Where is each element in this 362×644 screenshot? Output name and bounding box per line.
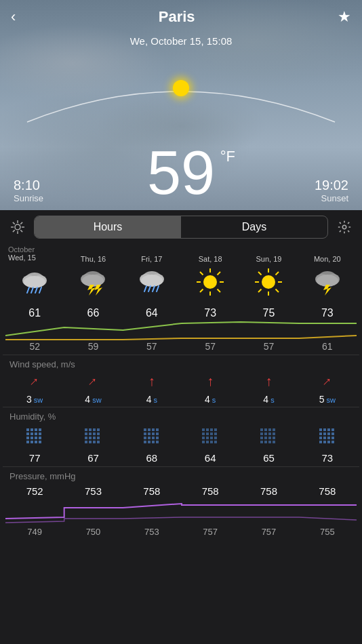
svg-rect-76 xyxy=(89,432,92,435)
svg-rect-135 xyxy=(319,428,322,431)
temp-chart xyxy=(5,321,357,341)
svg-rect-120 xyxy=(264,428,267,431)
sunrise-info: 8:10 Sunrise xyxy=(14,178,43,203)
wind-val-4: 4 s xyxy=(239,393,298,405)
high-temp-row: 61 66 64 73 75 73 xyxy=(3,306,359,321)
svg-rect-61 xyxy=(35,432,37,435)
pressure-low-5: 755 xyxy=(298,527,357,537)
svg-rect-133 xyxy=(268,441,271,443)
pressure-low-2: 753 xyxy=(123,527,181,537)
svg-rect-141 xyxy=(327,432,330,435)
svg-point-13 xyxy=(24,276,45,288)
weather-icon-4 xyxy=(239,267,298,300)
pressure-section-header: Pressure, mmHg xyxy=(3,466,359,484)
low-temp-1: 59 xyxy=(64,341,122,352)
svg-rect-142 xyxy=(331,432,334,435)
settings-gear-icon[interactable] xyxy=(334,216,355,238)
svg-rect-88 xyxy=(148,428,150,431)
wind-val-2: 4 s xyxy=(123,393,181,405)
svg-rect-82 xyxy=(97,437,100,439)
weather-icon-2 xyxy=(123,268,181,299)
svg-rect-132 xyxy=(264,441,267,443)
humidity-section-header: Humidity, % xyxy=(3,407,359,424)
hours-toggle-button[interactable]: Hours xyxy=(35,216,181,238)
wind-arrows-row: ↑ ↑ ↑ ↑ ↑ ↑ xyxy=(3,372,359,390)
svg-rect-63 xyxy=(26,437,29,439)
svg-rect-128 xyxy=(264,437,267,439)
weather-icon-1 xyxy=(64,268,122,299)
humidity-val-3: 64 xyxy=(181,452,239,464)
sunset-label: Sunset xyxy=(315,193,348,203)
sunrise-time: 8:10 xyxy=(14,178,43,193)
svg-rect-112 xyxy=(206,437,209,439)
svg-rect-117 xyxy=(210,441,213,443)
low-temp-0: 52 xyxy=(5,341,64,352)
svg-rect-134 xyxy=(273,441,275,443)
wind-arrow-1: ↑ xyxy=(85,374,101,389)
day-label-3: Sat, 18 xyxy=(181,255,239,263)
svg-rect-148 xyxy=(323,441,326,443)
favorite-star-button[interactable]: ★ xyxy=(338,8,351,26)
humidity-val-0: 77 xyxy=(5,452,64,464)
svg-point-32 xyxy=(203,275,217,289)
wind-arrow-4: ↑ xyxy=(239,374,298,389)
svg-rect-147 xyxy=(319,441,322,443)
svg-line-29 xyxy=(148,286,150,291)
wind-val-5: 5 sw xyxy=(298,393,357,405)
svg-rect-138 xyxy=(331,428,334,431)
wind-cell-0: ↑ xyxy=(5,374,64,389)
city-title: Paris xyxy=(159,8,195,26)
svg-rect-111 xyxy=(202,437,205,439)
svg-rect-122 xyxy=(273,428,275,431)
wind-arrow-2: ↑ xyxy=(123,374,181,389)
svg-line-8 xyxy=(13,230,15,232)
day-header-2: Fri, 17 xyxy=(123,245,181,263)
pressure-low-3: 757 xyxy=(181,527,239,537)
svg-rect-80 xyxy=(89,437,92,439)
low-temp-3: 57 xyxy=(181,341,239,352)
high-temp-5: 73 xyxy=(298,307,357,319)
spinner-icon xyxy=(7,216,28,238)
svg-rect-98 xyxy=(156,437,159,439)
svg-rect-56 xyxy=(31,428,33,431)
svg-rect-109 xyxy=(210,432,213,435)
svg-line-17 xyxy=(39,287,41,293)
svg-rect-55 xyxy=(26,428,29,431)
wind-arrow-0: ↑ xyxy=(26,374,42,389)
pressure-high-row: 752 753 758 758 758 758 xyxy=(3,484,359,498)
back-button[interactable]: ‹ xyxy=(11,8,16,26)
humidity-icon-3 xyxy=(181,427,239,449)
svg-rect-87 xyxy=(144,428,146,431)
svg-line-40 xyxy=(200,289,203,293)
svg-rect-145 xyxy=(327,437,330,439)
svg-rect-73 xyxy=(93,428,96,431)
svg-line-6 xyxy=(20,230,22,232)
svg-rect-57 xyxy=(35,428,37,431)
svg-rect-78 xyxy=(97,432,100,435)
humidity-val-1: 67 xyxy=(64,452,122,464)
day-header-4: Sun, 19 xyxy=(239,245,298,263)
svg-rect-150 xyxy=(331,441,334,443)
svg-rect-119 xyxy=(260,428,263,431)
svg-rect-66 xyxy=(39,437,41,439)
days-toggle-button[interactable]: Days xyxy=(181,216,327,238)
pressure-low-1: 750 xyxy=(64,527,122,537)
svg-rect-121 xyxy=(268,428,271,431)
svg-rect-116 xyxy=(206,441,209,443)
svg-line-39 xyxy=(218,272,221,275)
svg-rect-96 xyxy=(148,437,150,439)
high-temp-3: 73 xyxy=(181,307,239,319)
view-toggle: Hours Days xyxy=(34,216,328,239)
svg-rect-72 xyxy=(89,428,92,431)
wind-cell-4: ↑ xyxy=(239,374,298,389)
svg-rect-129 xyxy=(268,437,271,439)
svg-line-14 xyxy=(27,287,29,293)
svg-rect-95 xyxy=(144,437,146,439)
svg-point-41 xyxy=(262,275,275,289)
sunset-time: 19:02 xyxy=(315,178,348,193)
svg-rect-75 xyxy=(85,432,87,435)
humidity-icon-2 xyxy=(123,427,181,449)
wind-values-row: 3 sw 4 sw 4 s 4 s 4 s 5 sw xyxy=(3,392,359,407)
svg-line-37 xyxy=(200,272,203,275)
svg-point-0 xyxy=(15,224,20,230)
